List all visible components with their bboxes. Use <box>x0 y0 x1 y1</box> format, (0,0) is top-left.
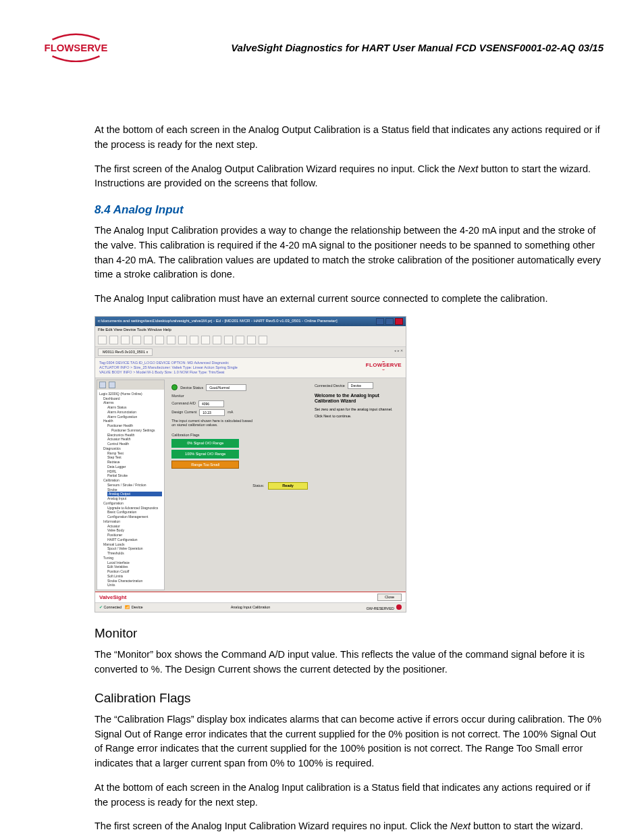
tree-item[interactable]: Valve Body <box>107 528 162 533</box>
toolbar-button[interactable] <box>259 336 267 344</box>
record-dot-icon <box>396 604 402 610</box>
flag-100-signal: 100% Signal O/O Range <box>171 450 239 459</box>
tree-item[interactable]: Edit Variables <box>107 565 162 569</box>
tree-item[interactable]: HART Configuration <box>107 538 162 542</box>
wizard-text: Set zero and span for the analog input c… <box>315 407 400 412</box>
maximize-icon[interactable] <box>385 318 394 325</box>
device-status-value: Good/Normal <box>206 384 246 391</box>
tree-item[interactable]: Alarm Annunciation <box>107 410 162 415</box>
toolbar-button[interactable] <box>109 336 118 344</box>
connected-status: Connected <box>104 605 122 609</box>
toolbar-button[interactable] <box>224 336 233 344</box>
status-label: Status: <box>252 484 264 488</box>
tree-item[interactable]: Tuning <box>103 556 162 561</box>
embedded-screenshot: c:\documents and settings\test1\desktop\… <box>95 316 406 613</box>
paragraph: At the bottom of each screen in the Anal… <box>41 781 603 810</box>
tree-item[interactable]: Dashboard <box>103 396 162 401</box>
footer-right-text: GW-RESERVED <box>367 606 394 610</box>
next-button-ref: Next <box>458 163 478 174</box>
tree-item[interactable]: Configuration Management <box>107 515 162 519</box>
tree-item[interactable]: Calibration <box>103 478 162 483</box>
tree-item[interactable]: Diagnostics <box>103 446 162 451</box>
paragraph: At the bottom of each screen in the Anal… <box>41 123 603 153</box>
tree-item[interactable]: Units <box>107 583 162 588</box>
nav-tree[interactable]: Logix 3200IQ (Home Online) DashboardAlar… <box>97 380 165 590</box>
tree-item[interactable]: Sensors / Stroke / Friction <box>107 483 162 488</box>
footer-screen-name: Analog Input Calibration <box>231 605 271 610</box>
paragraph: The “Monitor” box shows the Command A/D … <box>41 648 603 677</box>
toolbar-button[interactable] <box>178 336 187 344</box>
tree-expand-icon[interactable] <box>109 382 115 388</box>
toolbar-button[interactable] <box>201 336 210 344</box>
tree-item[interactable]: Manual Loads <box>103 542 162 547</box>
tree-item[interactable]: Actuator <box>107 524 162 529</box>
tree-item[interactable]: Information <box>103 519 162 524</box>
tree-item[interactable]: Soft Limits <box>107 574 162 579</box>
paragraph: The “Calibration Flags” display box indi… <box>41 712 603 771</box>
tree-collapse-icon[interactable] <box>99 382 106 388</box>
tree-item[interactable]: Positioner Summary Settings <box>111 428 162 433</box>
device-info-strip: Tag:0304 DEVICE TAG:ID_LOGO DEVICE OPTIO… <box>95 358 406 378</box>
toolbar-button[interactable] <box>98 336 107 344</box>
tree-item[interactable]: Analog Output <box>107 492 162 496</box>
tree-item[interactable]: Thresholds <box>107 551 162 556</box>
toolbar-button[interactable] <box>155 336 164 344</box>
tree-root[interactable]: Logix 3200IQ (Home Online) <box>99 392 162 396</box>
tree-item[interactable]: Upgrade to Advanced Diagnostics <box>107 506 162 511</box>
close-icon[interactable] <box>395 318 403 325</box>
tree-item[interactable]: Alarm Status <box>107 405 162 410</box>
device-status-label: Device Status <box>180 386 203 390</box>
tree-item[interactable]: Electronics Health <box>107 433 162 438</box>
tree-item[interactable]: Data Logger <box>107 465 162 469</box>
tree-item[interactable]: HDRL <box>107 469 162 474</box>
toolbar-button[interactable] <box>236 336 244 344</box>
tree-item[interactable]: Position Cutoff <box>107 569 162 574</box>
minimize-icon[interactable] <box>376 318 384 325</box>
flowserve-logo: FLOWSERVE <box>41 32 111 62</box>
paragraph: The first screen of the Analog Input Cal… <box>41 819 603 834</box>
tree-item[interactable]: Alarms <box>103 400 162 405</box>
toolbar-button[interactable] <box>213 336 221 344</box>
svg-text:FLOWSERVE: FLOWSERVE <box>45 43 108 53</box>
tree-item[interactable]: Step Test <box>107 455 162 460</box>
tree-item[interactable]: Spool / Valve Operation <box>107 546 162 551</box>
flag-range-small: Range Too Small <box>171 461 239 469</box>
tree-item[interactable]: Basic Configuration <box>107 510 162 515</box>
device-status: Device <box>132 605 143 609</box>
tree-item[interactable]: Retrieve <box>107 460 162 465</box>
tree-item[interactable]: Stroke Characterization <box>107 579 162 583</box>
monitor-group-label: Monitor <box>171 394 308 398</box>
toolbar-button[interactable] <box>121 336 130 344</box>
wizard-title: Welcome to the Analog Input Calibration … <box>315 393 400 405</box>
next-button-ref: Next <box>450 820 471 831</box>
tree-item[interactable]: Stroke <box>107 488 162 492</box>
toolbar-button[interactable] <box>247 336 256 344</box>
tree-item[interactable]: Analog Input <box>107 496 162 501</box>
device-tab[interactable]: M0011 Rev5.0v103_0501 x <box>98 348 153 356</box>
tree-item[interactable]: Local Interface <box>107 561 162 565</box>
flag-0-signal: 0% Signal O/O Range <box>171 439 239 448</box>
tree-item[interactable]: Positioner Health <box>107 423 162 428</box>
wizard-panel: Connected Device Device Welcome to the A… <box>313 378 406 592</box>
monitor-note: The input current shown here is calculat… <box>171 419 252 427</box>
window-titlebar: c:\documents and settings\test1\desktop\… <box>95 317 406 326</box>
toolbar-button[interactable] <box>190 336 198 344</box>
toolbar-button[interactable] <box>132 336 141 344</box>
tree-item[interactable]: Partial Stroke <box>107 473 162 478</box>
toolbar-button[interactable] <box>144 336 153 344</box>
menu-bar[interactable]: File Edit View Device Tools Window Help <box>95 326 406 334</box>
tree-item[interactable]: Configuration <box>103 501 162 506</box>
tree-item[interactable]: Alarm Configuration <box>107 415 162 419</box>
document-title: ValveSight Diagnostics for HART User Man… <box>152 42 603 53</box>
tree-item[interactable]: Control Health <box>107 442 162 446</box>
toolbar-button[interactable] <box>167 336 176 344</box>
tree-item[interactable]: Positioner <box>107 533 162 538</box>
wizard-text: Click Next to continue. <box>315 414 400 419</box>
section-heading-8-4: 8.4 Analog Input <box>95 203 603 217</box>
window-title: c:\documents and settings\test1\desktop\… <box>98 319 338 323</box>
design-current-value: 10.23 <box>199 409 225 416</box>
close-button[interactable]: Close <box>377 594 402 601</box>
tree-item[interactable]: Health <box>103 419 162 423</box>
tree-item[interactable]: Actuator Health <box>107 437 162 442</box>
tree-item[interactable]: Ramp Test <box>107 451 162 456</box>
